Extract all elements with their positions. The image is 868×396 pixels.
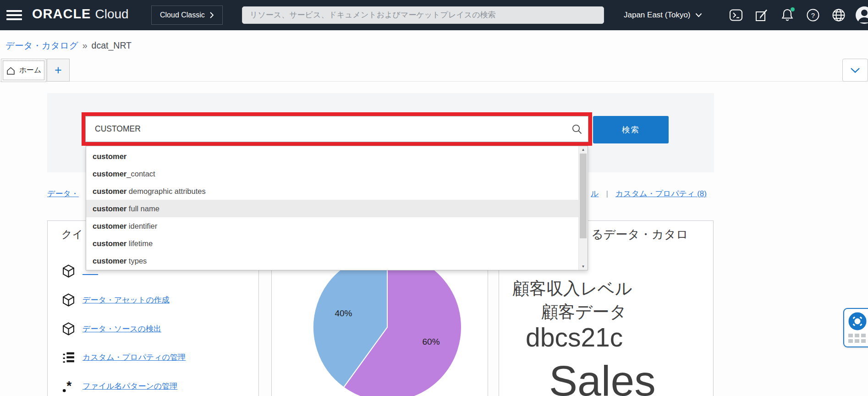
suggestion-item-highlighted[interactable]: customer full name (86, 200, 588, 217)
suggestion-bold: customer (93, 257, 126, 265)
tab-home[interactable]: ホーム (1, 59, 46, 82)
suggestion-rest: types (126, 257, 147, 265)
data-asset-cube-icon (61, 322, 76, 336)
summary-links-right: ル | カスタム・プロパティ (8) (591, 188, 707, 199)
data-asset-cube-icon (61, 264, 76, 278)
pie-slice-label: 40% (335, 308, 352, 318)
scroll-up-arrow-icon[interactable]: ▲ (579, 146, 588, 153)
suggestion-bold: customer (93, 239, 126, 248)
discover-data-sources-link[interactable]: データ・ソースの検出 (82, 324, 161, 334)
manage-custom-properties-link[interactable]: カスタム・プロパティの管理 (82, 352, 186, 363)
suggestion-bold: customer (93, 152, 126, 160)
suggestion-rest: identifier (126, 222, 157, 230)
quick-action-row: データ・アセットの作成 (61, 293, 170, 307)
tab-home-label: ホーム (19, 66, 42, 75)
search-submit-button[interactable]: 検索 (593, 116, 669, 143)
cloud-shell-icon[interactable] (727, 6, 745, 24)
add-tab-button[interactable]: + (47, 59, 70, 82)
suggestion-rest: lifetime (126, 239, 153, 248)
breadcrumb-link-data-catalog[interactable]: データ・カタログ (5, 39, 78, 52)
global-search-input[interactable] (242, 6, 604, 24)
quick-action-row: カスタム・プロパティの管理 (61, 350, 186, 364)
notifications-bell-icon[interactable] (778, 6, 797, 24)
floating-help-widget[interactable] (843, 308, 868, 347)
notification-dot (791, 7, 795, 11)
summary-link-fragment[interactable]: ル (591, 188, 599, 199)
breadcrumb-separator: » (82, 40, 88, 51)
file-pattern-regex-icon: * (61, 379, 76, 393)
breadcrumb-current: dcat_NRT (92, 40, 132, 51)
pie-chart-svg: 60%40% (309, 249, 465, 396)
home-icon (6, 66, 16, 75)
region-label: Japan East (Tokyo) (624, 11, 691, 20)
chevron-down-icon (850, 67, 860, 73)
tabs-overflow-button[interactable] (842, 59, 868, 82)
word-cloud-word: 顧客収入レベル (512, 280, 632, 297)
tabstrip-divider (0, 81, 868, 82)
help-icon[interactable]: ? (804, 6, 822, 24)
profile-icon[interactable] (854, 6, 868, 24)
breadcrumb: データ・カタログ » dcat_NRT (5, 39, 132, 52)
suggestion-item[interactable]: customer (86, 148, 588, 165)
suggestion-item[interactable]: customer lifetime (86, 235, 588, 252)
summary-link-left-fragment[interactable]: データ・ (47, 188, 79, 199)
app-header: ORACLE Cloud Cloud Classic Japan East (T… (0, 0, 868, 30)
hamburger-menu-icon[interactable] (6, 10, 22, 20)
catalog-search-input[interactable] (85, 116, 588, 142)
svg-text:?: ? (811, 11, 815, 19)
suggestion-rest: _contact (126, 170, 155, 178)
red-highlight-box (82, 112, 592, 146)
word-cloud-word: dbcs21c (526, 324, 623, 351)
svg-text:*: * (66, 379, 71, 393)
quick-actions-title-fragment: クイ (61, 227, 83, 242)
data-asset-cube-icon (61, 293, 76, 307)
chevron-down-icon (695, 13, 702, 17)
suggestion-bold: customer (93, 204, 126, 213)
word-cloud-title-fragment: るデータ・カタロ (591, 226, 688, 242)
life-buoy-icon (847, 311, 868, 331)
properties-list-icon (61, 350, 76, 364)
oracle-cloud-logo: ORACLE Cloud (32, 6, 129, 22)
search-magnifier-icon[interactable] (571, 123, 583, 135)
suggestion-bold: customer (93, 170, 126, 178)
suggestion-rest: demographic attributes (126, 187, 205, 195)
suggestion-rest: full name (126, 204, 159, 213)
search-suggestions-dropdown: customer customer_contact customer demog… (86, 146, 588, 270)
region-selector[interactable]: Japan East (Tokyo) (624, 0, 702, 30)
drag-handle-dots[interactable] (848, 334, 866, 343)
brand-oracle: ORACLE (32, 6, 91, 22)
dropdown-scrollbar[interactable]: ▲ ▼ (578, 146, 588, 270)
edit-note-icon[interactable] (753, 6, 771, 24)
language-globe-icon[interactable] (830, 6, 848, 24)
pie-slice-label: 60% (423, 337, 440, 346)
cloud-classic-label: Cloud Classic (160, 11, 205, 19)
word-cloud-word: Sales (549, 360, 656, 396)
word-cloud-word: 顧客データ (541, 303, 627, 320)
suggestion-item[interactable]: customer demographic attributes (86, 182, 588, 200)
cloud-classic-button[interactable]: Cloud Classic (151, 6, 223, 25)
manage-filename-patterns-link[interactable]: ファイル名パターンの管理 (82, 381, 177, 391)
suggestion-item[interactable]: customer_contact (86, 165, 588, 182)
suggestion-bold: customer (93, 187, 126, 195)
create-data-asset-link[interactable]: データ・アセットの作成 (82, 295, 170, 305)
brand-cloud: Cloud (95, 7, 128, 22)
quick-action-row: * ファイル名パターンの管理 (61, 379, 177, 393)
custom-properties-link[interactable]: カスタム・プロパティ (8) (615, 188, 707, 199)
suggestion-item[interactable]: customer types (86, 252, 588, 270)
quick-action-row: データ・ソースの検出 (61, 322, 161, 336)
chevron-right-icon (209, 11, 214, 19)
oracle-cloud-data-catalog-screen: ORACLE Cloud Cloud Classic Japan East (T… (0, 0, 868, 396)
links-separator: | (606, 189, 608, 198)
suggestion-bold: customer (93, 222, 126, 230)
scrollbar-thumb[interactable] (580, 154, 587, 238)
suggestion-item[interactable]: customer identifier (86, 217, 588, 235)
scroll-down-arrow-icon[interactable]: ▼ (579, 263, 588, 270)
